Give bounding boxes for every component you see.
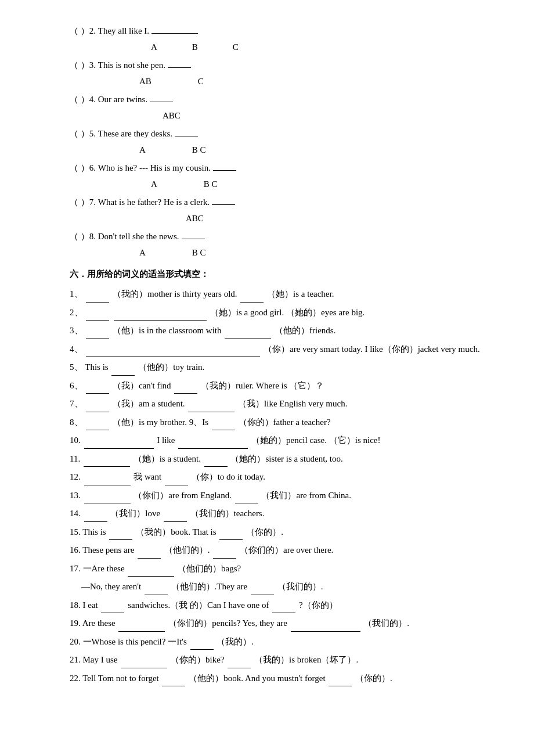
- problem-5: （ ）5. These are they desks. A B C: [70, 126, 488, 158]
- item-18: 18. I eat sandwiches.（我 的）Can I have one…: [70, 597, 488, 614]
- paren-2: （ ）2. They all like I.: [70, 23, 149, 39]
- item-17a: 17. 一Are these （他们的）bags?: [70, 560, 488, 577]
- item-12: 12. 我 want （你）to do it today.: [70, 469, 488, 485]
- section6-title: 六．用所给的词义的适当形式填空：: [70, 267, 488, 282]
- item-13: 13. （你们）are from England. （我们）are from C…: [70, 487, 488, 504]
- paren-8: （ ）8. Don't tell she the news.: [70, 229, 179, 244]
- problem-7: （ ）7. What is he father? He is a clerk. …: [70, 195, 488, 226]
- problem-4: （ ）4. Our are twins. ABC: [70, 92, 488, 124]
- problem-8: （ ）8. Don't tell she the news. A B C: [70, 229, 488, 261]
- item-2: 2、 （她）is a good girl. （她的）eyes are big.: [70, 304, 488, 321]
- item-15: 15. This is （我的）book. That is （你的）.: [70, 524, 488, 541]
- item-19: 19. Are these （你们的）pencils? Yes, they ar…: [70, 615, 488, 632]
- item-4: 4、 （你）are very smart today. I like（你的）ja…: [70, 341, 488, 358]
- item-7: 7、 （我）am a student. （我）like English very…: [70, 395, 488, 412]
- abc-2: A B C: [151, 39, 488, 55]
- item-11: 11. （她）is a student. （她的）sister is a stu…: [70, 451, 488, 467]
- problem-3: （ ）3. This is not she pen. AB C: [70, 57, 488, 89]
- paren-7: （ ）7. What is he father? He is a clerk.: [70, 195, 210, 210]
- item-6: 6、 （我）can't find （我的）ruler. Where is （它）…: [70, 377, 488, 394]
- fill-in-section: 1、 （我的）mother is thirty years old. （她）is…: [70, 286, 488, 686]
- paren-3: （ ）3. This is not she pen.: [70, 57, 165, 73]
- top-problems: （ ）2. They all like I. A B C （ ）3. This …: [70, 23, 488, 261]
- item-20: 20. 一Whose is this pencil? 一It's （我的）.: [70, 633, 488, 650]
- item-1: 1、 （我的）mother is thirty years old. （她）is…: [70, 286, 488, 303]
- item-17b: —No, they aren't （他们的）.They are （我们的）.: [81, 578, 488, 595]
- item-8: 8、 （他）is my brother. 9、Is （你的）father a t…: [70, 414, 488, 431]
- item-16: 16. These pens are （他们的）. （你们的）are over …: [70, 542, 488, 559]
- paren-4: （ ）4. Our are twins.: [70, 92, 147, 107]
- blank-5: [175, 128, 198, 136]
- item-5: 5、 This is （他的）toy train.: [70, 359, 488, 376]
- item-14: 14. （我们）love （我们的）teachers.: [70, 505, 488, 522]
- blank-7: [212, 196, 235, 205]
- blank-4: [150, 93, 173, 102]
- blank-3: [168, 59, 191, 68]
- item-22: 22. Tell Tom not to forget （他的）book. And…: [70, 670, 488, 687]
- problem-2: （ ）2. They all like I. A B C: [70, 23, 488, 55]
- item-10: 10. I like （她的）pencil case. （它）is nice!: [70, 432, 488, 449]
- blank-6: [213, 162, 236, 171]
- paren-6: （ ）6. Who is he? --- His is my cousin.: [70, 160, 211, 176]
- blank-2: [151, 25, 198, 34]
- problem-6: （ ）6. Who is he? --- His is my cousin. A…: [70, 160, 488, 192]
- item-21: 21. May I use （你的）bike? （我的）is broken（坏了…: [70, 651, 488, 668]
- paren-5: （ ）5. These are they desks.: [70, 126, 172, 142]
- blank-8: [182, 231, 205, 239]
- item-3: 3、 （他）is in the classroom with （他的）frien…: [70, 322, 488, 339]
